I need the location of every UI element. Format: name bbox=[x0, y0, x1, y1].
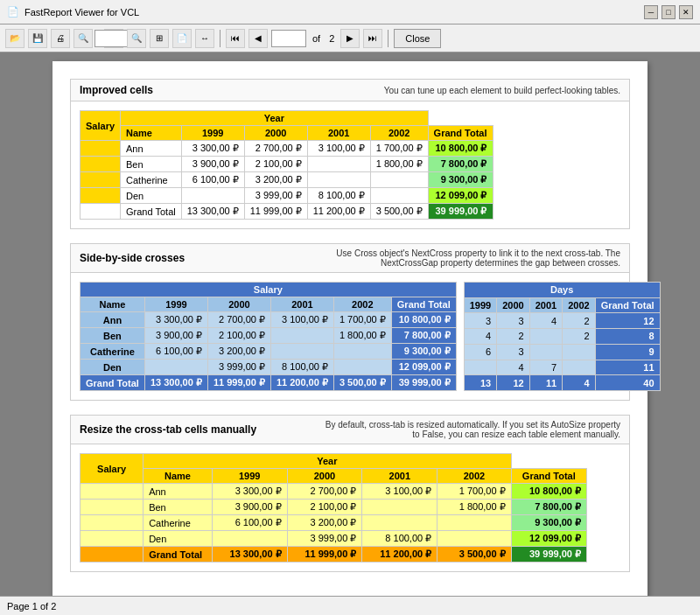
resize-gt-2000: 11 999,00 ₽ bbox=[287, 547, 362, 563]
table-row: Ben 3 900,00 ₽ 2 100,00 ₽ 1 800,00 ₽ 7 8… bbox=[80, 500, 587, 515]
section-resize-header: Resize the cross-tab cells manually By d… bbox=[71, 416, 629, 444]
sbs-days-ann-total: 12 bbox=[595, 313, 660, 329]
close-button[interactable]: Close bbox=[394, 29, 441, 48]
sbs-gt-header: Grand Total bbox=[391, 297, 456, 312]
sbs-1999: 1999 bbox=[144, 297, 207, 312]
resize-ann-2002: 1 700,00 ₽ bbox=[438, 484, 511, 500]
table-row: Ann 3 300,00 ₽ 2 700,00 ₽ 3 100,00 ₽ 1 7… bbox=[80, 141, 494, 157]
table-row: Days bbox=[464, 283, 660, 298]
table-row: 3 3 4 2 12 bbox=[464, 313, 660, 329]
cell-gt-2002: 3 500,00 ₽ bbox=[370, 204, 428, 220]
window-controls[interactable]: ─ □ ✕ bbox=[644, 5, 693, 19]
sbs-sal-name-den: Den bbox=[80, 360, 145, 375]
section-improved-cells-header: Improved cells You can tune up each elem… bbox=[71, 80, 629, 101]
resize-ann-total: 10 800,00 ₽ bbox=[511, 484, 586, 500]
save-button[interactable]: 💾 bbox=[28, 29, 47, 48]
print-button[interactable]: 🖨 bbox=[51, 29, 70, 48]
sbs-days-ann-2000: 3 bbox=[497, 313, 529, 329]
resize-ann-2000: 2 700,00 ₽ bbox=[287, 484, 362, 500]
zoom-width-button[interactable]: ↔ bbox=[195, 29, 214, 48]
minimize-button[interactable]: ─ bbox=[644, 5, 658, 19]
table-row: 4 2 2 8 bbox=[464, 329, 660, 345]
table-row: 4 7 11 bbox=[464, 360, 660, 375]
sbs-sal-ann-2001: 3 100,00 ₽ bbox=[270, 312, 333, 328]
sbs-2000: 2000 bbox=[207, 297, 270, 312]
name-header: Name bbox=[121, 126, 182, 141]
zoom-page-button[interactable]: 📄 bbox=[172, 29, 192, 48]
resize-cath-2002 bbox=[438, 515, 511, 531]
grand-total-row: Grand Total 13 300,00 ₽ 11 999,00 ₽ 11 2… bbox=[80, 204, 494, 220]
cell-den-2002 bbox=[370, 188, 428, 204]
sep2 bbox=[220, 30, 220, 47]
cell-salary-catherine bbox=[80, 172, 121, 188]
sbs-sal-ben-2001 bbox=[270, 328, 333, 344]
table-row: Catherine 6 100,00 ₽ 3 200,00 ₽ 9 300,00… bbox=[80, 172, 494, 188]
zoom-fit-button[interactable]: ⊞ bbox=[150, 29, 169, 48]
section-side-by-side-desc: Use Cross object's NextCross property to… bbox=[323, 248, 620, 268]
resize-2000-header: 2000 bbox=[287, 469, 362, 484]
cell-cath-2000: 3 200,00 ₽ bbox=[244, 172, 307, 188]
resize-ben-2000: 2 100,00 ₽ bbox=[287, 500, 362, 515]
zoom-input-wrapper[interactable]: 100% bbox=[104, 29, 123, 48]
cell-gt-2001: 11 200,00 ₽ bbox=[307, 204, 370, 220]
table-row: Catherine 6 100,00 ₽ 3 200,00 ₽ 9 300,00… bbox=[80, 515, 587, 531]
resize-ann-2001: 3 100,00 ₽ bbox=[362, 484, 438, 500]
window-title: FastReport Viewer for VCL bbox=[24, 7, 139, 17]
first-page-button[interactable]: ⏮ bbox=[226, 29, 245, 48]
sbs-sal-name-cath: Catherine bbox=[80, 344, 145, 360]
section-resize: Resize the cross-tab cells manually By d… bbox=[70, 415, 630, 572]
table-row: Ann 3 300,00 ₽ 2 700,00 ₽ 3 100,00 ₽ 1 7… bbox=[80, 312, 457, 328]
resize-sal-ben bbox=[80, 500, 144, 515]
cell-den-2000: 3 999,00 ₽ bbox=[244, 188, 307, 204]
sbs-days-ann-2001: 4 bbox=[529, 313, 562, 329]
find-button[interactable]: 🔍 bbox=[74, 29, 93, 48]
open-button[interactable]: 📂 bbox=[5, 29, 24, 48]
cell-ben-2001 bbox=[307, 157, 370, 172]
main-content-area: Improved cells You can tune up each elem… bbox=[0, 52, 700, 596]
resize-gt-2001: 11 200,00 ₽ bbox=[362, 547, 438, 563]
sbs-days-ben-1999: 4 bbox=[464, 329, 496, 345]
status-bar: Page 1 of 2 bbox=[0, 596, 700, 615]
section-resize-content: Salary Year Name 1999 2000 2001 2002 Gra… bbox=[71, 444, 629, 571]
sbs-salary-header: Salary bbox=[80, 283, 457, 297]
sbs-days-gt-total: 40 bbox=[595, 375, 660, 391]
prev-page-button[interactable]: ◀ bbox=[248, 29, 268, 48]
sbs-sal-gt-total: 39 999,00 ₽ bbox=[391, 375, 456, 391]
sbs-days-gt-2002: 4 bbox=[563, 375, 595, 391]
cell-den-2001: 8 100,00 ₽ bbox=[307, 188, 370, 204]
sbs-sal-gt-2001: 11 200,00 ₽ bbox=[270, 375, 333, 391]
maximize-button[interactable]: □ bbox=[662, 5, 676, 19]
sbs-days-gt-2001: 11 bbox=[529, 375, 562, 391]
sbs-days-den-total: 11 bbox=[595, 360, 660, 375]
cell-ann-2000: 2 700,00 ₽ bbox=[244, 141, 307, 157]
resize-salary-header: Salary bbox=[80, 454, 144, 484]
year-2002-header: 2002 bbox=[370, 126, 428, 141]
cell-gt-total: 39 999,00 ₽ bbox=[428, 204, 493, 220]
zoom-out-button[interactable]: 🔍 bbox=[127, 29, 146, 48]
resize-gt-total: 39 999,00 ₽ bbox=[511, 547, 586, 563]
resize-gt-header: Grand Total bbox=[511, 469, 586, 484]
cell-cath-1999: 6 100,00 ₽ bbox=[181, 172, 244, 188]
section-resize-title: Resize the cross-tab cells manually bbox=[80, 423, 256, 436]
resize-gt-1999: 13 300,00 ₽ bbox=[212, 547, 287, 563]
section-improved-cells-desc: You can tune up each element to build pe… bbox=[384, 86, 620, 95]
resize-sal-ann bbox=[80, 484, 144, 500]
section-side-by-side-content: Salary Name 1999 2000 2001 2002 Grand To… bbox=[71, 273, 629, 400]
year-header: Year bbox=[121, 111, 429, 126]
next-page-button[interactable]: ▶ bbox=[340, 29, 360, 48]
cell-ann-1999: 3 300,00 ₽ bbox=[181, 141, 244, 157]
page-number-input[interactable]: 1 bbox=[271, 30, 306, 47]
resize-name-header: Name bbox=[144, 469, 213, 484]
sbs-sal-den-2000: 3 999,00 ₽ bbox=[207, 360, 270, 375]
resize-den-1999 bbox=[212, 531, 287, 547]
cell-ben-2002: 1 800,00 ₽ bbox=[370, 157, 428, 172]
sbs-sal-ben-total: 7 800,00 ₽ bbox=[391, 328, 456, 344]
page-total-label: 2 bbox=[326, 33, 337, 44]
last-page-button[interactable]: ⏭ bbox=[363, 29, 382, 48]
year-1999-header: 1999 bbox=[181, 126, 244, 141]
sbs-days-ben-total: 8 bbox=[595, 329, 660, 345]
window-close-button[interactable]: ✕ bbox=[679, 5, 693, 19]
sbs-sal-ann-2000: 2 700,00 ₽ bbox=[207, 312, 270, 328]
table-row: Den 3 999,00 ₽ 8 100,00 ₽ 12 099,00 ₽ bbox=[80, 360, 457, 375]
sbs-sal-name-ann: Ann bbox=[80, 312, 145, 328]
